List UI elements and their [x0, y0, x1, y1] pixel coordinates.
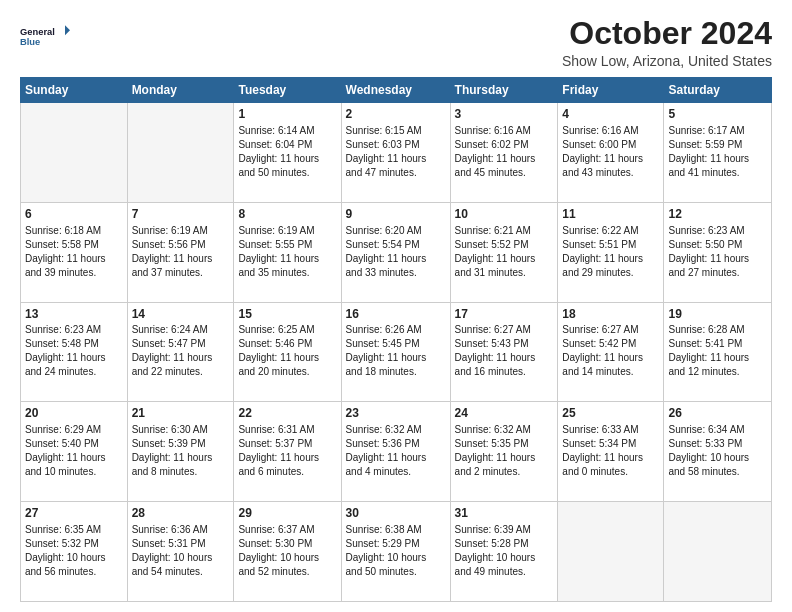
calendar: SundayMondayTuesdayWednesdayThursdayFrid… — [20, 77, 772, 602]
svg-text:General: General — [20, 27, 55, 37]
day-detail: Sunrise: 6:16 AM Sunset: 6:02 PM Dayligh… — [455, 124, 554, 180]
calendar-day: 8Sunrise: 6:19 AM Sunset: 5:55 PM Daylig… — [234, 202, 341, 302]
day-detail: Sunrise: 6:36 AM Sunset: 5:31 PM Dayligh… — [132, 523, 230, 579]
day-number: 25 — [562, 405, 659, 422]
day-number: 29 — [238, 505, 336, 522]
day-number: 6 — [25, 206, 123, 223]
day-detail: Sunrise: 6:18 AM Sunset: 5:58 PM Dayligh… — [25, 224, 123, 280]
location: Show Low, Arizona, United States — [562, 53, 772, 69]
month-title: October 2024 — [562, 16, 772, 51]
day-detail: Sunrise: 6:19 AM Sunset: 5:55 PM Dayligh… — [238, 224, 336, 280]
day-number: 17 — [455, 306, 554, 323]
day-header-monday: Monday — [127, 78, 234, 103]
calendar-day: 22Sunrise: 6:31 AM Sunset: 5:37 PM Dayli… — [234, 402, 341, 502]
calendar-day: 16Sunrise: 6:26 AM Sunset: 5:45 PM Dayli… — [341, 302, 450, 402]
day-detail: Sunrise: 6:39 AM Sunset: 5:28 PM Dayligh… — [455, 523, 554, 579]
calendar-day: 23Sunrise: 6:32 AM Sunset: 5:36 PM Dayli… — [341, 402, 450, 502]
day-number: 1 — [238, 106, 336, 123]
day-header-wednesday: Wednesday — [341, 78, 450, 103]
calendar-day: 27Sunrise: 6:35 AM Sunset: 5:32 PM Dayli… — [21, 502, 128, 602]
day-detail: Sunrise: 6:38 AM Sunset: 5:29 PM Dayligh… — [346, 523, 446, 579]
calendar-day: 28Sunrise: 6:36 AM Sunset: 5:31 PM Dayli… — [127, 502, 234, 602]
day-detail: Sunrise: 6:23 AM Sunset: 5:50 PM Dayligh… — [668, 224, 767, 280]
calendar-day: 17Sunrise: 6:27 AM Sunset: 5:43 PM Dayli… — [450, 302, 558, 402]
calendar-day: 20Sunrise: 6:29 AM Sunset: 5:40 PM Dayli… — [21, 402, 128, 502]
day-number: 19 — [668, 306, 767, 323]
day-detail: Sunrise: 6:29 AM Sunset: 5:40 PM Dayligh… — [25, 423, 123, 479]
calendar-week-0: 1Sunrise: 6:14 AM Sunset: 6:04 PM Daylig… — [21, 103, 772, 203]
day-number: 7 — [132, 206, 230, 223]
day-number: 27 — [25, 505, 123, 522]
day-detail: Sunrise: 6:26 AM Sunset: 5:45 PM Dayligh… — [346, 323, 446, 379]
day-detail: Sunrise: 6:24 AM Sunset: 5:47 PM Dayligh… — [132, 323, 230, 379]
day-header-sunday: Sunday — [21, 78, 128, 103]
day-detail: Sunrise: 6:30 AM Sunset: 5:39 PM Dayligh… — [132, 423, 230, 479]
day-header-friday: Friday — [558, 78, 664, 103]
day-detail: Sunrise: 6:14 AM Sunset: 6:04 PM Dayligh… — [238, 124, 336, 180]
day-number: 31 — [455, 505, 554, 522]
day-detail: Sunrise: 6:15 AM Sunset: 6:03 PM Dayligh… — [346, 124, 446, 180]
calendar-day — [127, 103, 234, 203]
calendar-day: 29Sunrise: 6:37 AM Sunset: 5:30 PM Dayli… — [234, 502, 341, 602]
day-detail: Sunrise: 6:19 AM Sunset: 5:56 PM Dayligh… — [132, 224, 230, 280]
day-number: 24 — [455, 405, 554, 422]
calendar-week-3: 20Sunrise: 6:29 AM Sunset: 5:40 PM Dayli… — [21, 402, 772, 502]
day-number: 22 — [238, 405, 336, 422]
calendar-day: 3Sunrise: 6:16 AM Sunset: 6:02 PM Daylig… — [450, 103, 558, 203]
day-header-tuesday: Tuesday — [234, 78, 341, 103]
day-number: 26 — [668, 405, 767, 422]
day-detail: Sunrise: 6:17 AM Sunset: 5:59 PM Dayligh… — [668, 124, 767, 180]
day-number: 8 — [238, 206, 336, 223]
calendar-day — [558, 502, 664, 602]
calendar-day: 18Sunrise: 6:27 AM Sunset: 5:42 PM Dayli… — [558, 302, 664, 402]
day-number: 3 — [455, 106, 554, 123]
logo: General Blue — [20, 16, 70, 58]
day-detail: Sunrise: 6:23 AM Sunset: 5:48 PM Dayligh… — [25, 323, 123, 379]
day-number: 5 — [668, 106, 767, 123]
day-number: 10 — [455, 206, 554, 223]
day-number: 11 — [562, 206, 659, 223]
day-number: 23 — [346, 405, 446, 422]
day-header-saturday: Saturday — [664, 78, 772, 103]
day-detail: Sunrise: 6:16 AM Sunset: 6:00 PM Dayligh… — [562, 124, 659, 180]
calendar-day: 15Sunrise: 6:25 AM Sunset: 5:46 PM Dayli… — [234, 302, 341, 402]
day-number: 9 — [346, 206, 446, 223]
calendar-day: 21Sunrise: 6:30 AM Sunset: 5:39 PM Dayli… — [127, 402, 234, 502]
header: General Blue October 2024 Show Low, Ariz… — [20, 16, 772, 69]
day-detail: Sunrise: 6:22 AM Sunset: 5:51 PM Dayligh… — [562, 224, 659, 280]
day-detail: Sunrise: 6:31 AM Sunset: 5:37 PM Dayligh… — [238, 423, 336, 479]
day-number: 14 — [132, 306, 230, 323]
calendar-day: 25Sunrise: 6:33 AM Sunset: 5:34 PM Dayli… — [558, 402, 664, 502]
calendar-day: 24Sunrise: 6:32 AM Sunset: 5:35 PM Dayli… — [450, 402, 558, 502]
day-number: 30 — [346, 505, 446, 522]
day-detail: Sunrise: 6:27 AM Sunset: 5:43 PM Dayligh… — [455, 323, 554, 379]
calendar-day — [664, 502, 772, 602]
day-detail: Sunrise: 6:32 AM Sunset: 5:35 PM Dayligh… — [455, 423, 554, 479]
day-detail: Sunrise: 6:37 AM Sunset: 5:30 PM Dayligh… — [238, 523, 336, 579]
calendar-day: 19Sunrise: 6:28 AM Sunset: 5:41 PM Dayli… — [664, 302, 772, 402]
day-detail: Sunrise: 6:20 AM Sunset: 5:54 PM Dayligh… — [346, 224, 446, 280]
day-header-thursday: Thursday — [450, 78, 558, 103]
day-number: 2 — [346, 106, 446, 123]
day-number: 28 — [132, 505, 230, 522]
logo-svg: General Blue — [20, 16, 70, 58]
day-number: 16 — [346, 306, 446, 323]
day-detail: Sunrise: 6:27 AM Sunset: 5:42 PM Dayligh… — [562, 323, 659, 379]
calendar-day: 12Sunrise: 6:23 AM Sunset: 5:50 PM Dayli… — [664, 202, 772, 302]
day-detail: Sunrise: 6:32 AM Sunset: 5:36 PM Dayligh… — [346, 423, 446, 479]
calendar-day: 11Sunrise: 6:22 AM Sunset: 5:51 PM Dayli… — [558, 202, 664, 302]
svg-marker-2 — [65, 25, 70, 35]
day-detail: Sunrise: 6:25 AM Sunset: 5:46 PM Dayligh… — [238, 323, 336, 379]
calendar-day: 7Sunrise: 6:19 AM Sunset: 5:56 PM Daylig… — [127, 202, 234, 302]
calendar-day: 13Sunrise: 6:23 AM Sunset: 5:48 PM Dayli… — [21, 302, 128, 402]
calendar-day: 30Sunrise: 6:38 AM Sunset: 5:29 PM Dayli… — [341, 502, 450, 602]
calendar-day: 2Sunrise: 6:15 AM Sunset: 6:03 PM Daylig… — [341, 103, 450, 203]
day-detail: Sunrise: 6:34 AM Sunset: 5:33 PM Dayligh… — [668, 423, 767, 479]
calendar-week-4: 27Sunrise: 6:35 AM Sunset: 5:32 PM Dayli… — [21, 502, 772, 602]
day-number: 4 — [562, 106, 659, 123]
day-number: 15 — [238, 306, 336, 323]
calendar-day: 26Sunrise: 6:34 AM Sunset: 5:33 PM Dayli… — [664, 402, 772, 502]
day-detail: Sunrise: 6:28 AM Sunset: 5:41 PM Dayligh… — [668, 323, 767, 379]
day-detail: Sunrise: 6:35 AM Sunset: 5:32 PM Dayligh… — [25, 523, 123, 579]
calendar-day: 31Sunrise: 6:39 AM Sunset: 5:28 PM Dayli… — [450, 502, 558, 602]
